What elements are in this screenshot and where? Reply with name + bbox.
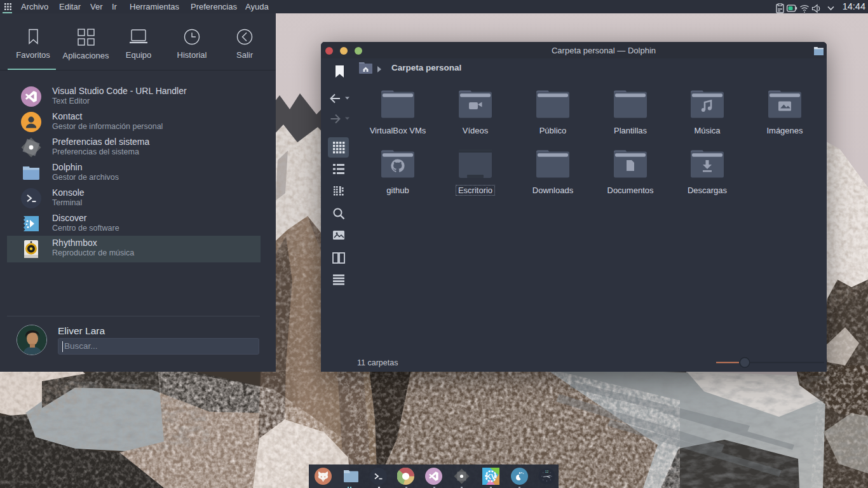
svg-text:KV: KV [486,473,496,480]
svg-text:12: 12 [545,470,549,473]
